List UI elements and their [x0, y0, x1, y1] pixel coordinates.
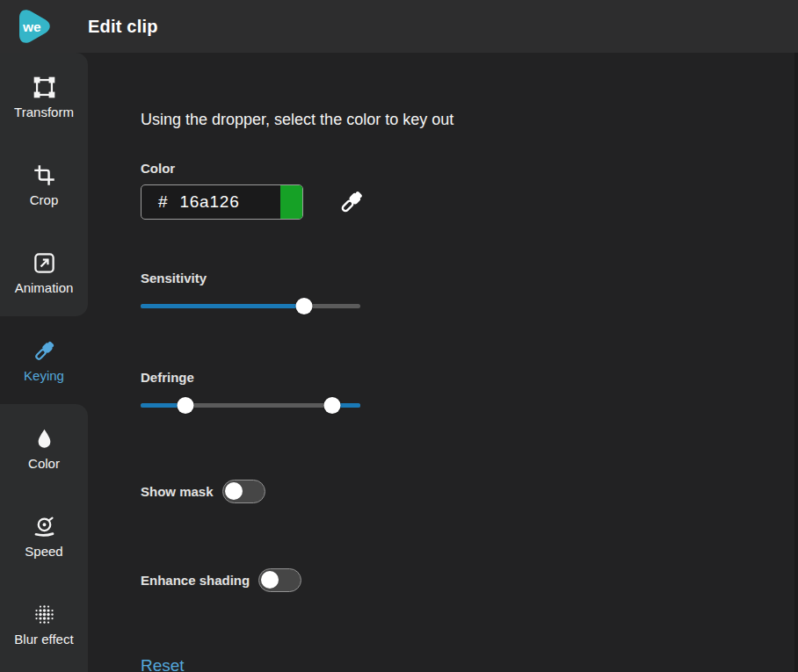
sidebar-item-keying[interactable]: Keying [0, 316, 88, 404]
speed-icon [33, 515, 56, 538]
sidebar-item-label: Keying [24, 369, 64, 382]
blur-icon [33, 603, 56, 626]
sensitivity-slider-handle[interactable] [296, 298, 313, 314]
crop-icon [33, 163, 56, 187]
wevideo-logo-icon: we [13, 6, 52, 47]
sensitivity-label: Sensitivity [141, 271, 798, 285]
keying-panel: Using the dropper, select the color to k… [88, 53, 798, 672]
keying-icon [33, 339, 56, 363]
sidebar-item-crop[interactable]: Crop [0, 141, 88, 228]
sidebar-item-label: Speed [25, 545, 62, 558]
panel-instruction: Using the dropper, select the color to k… [141, 111, 798, 129]
sidebar-item-color[interactable]: Color [0, 404, 88, 492]
sensitivity-slider[interactable] [141, 297, 360, 315]
enhance-shading-label: Enhance shading [141, 573, 250, 588]
sidebar-group: TransformCropAnimation [0, 53, 88, 316]
hex-value: 16a126 [179, 192, 239, 212]
scrollbar-gutter[interactable] [794, 53, 798, 672]
page-title: Edit clip [88, 17, 158, 37]
color-swatch [280, 185, 302, 219]
sidebar-item-speed[interactable]: Speed [0, 492, 88, 580]
toggle-knob [261, 571, 279, 589]
show-mask-label: Show mask [141, 484, 214, 499]
sidebar: TransformCropAnimationKeyingColorSpeedBl… [0, 53, 88, 672]
enhance-shading-row: Enhance shading [141, 567, 798, 592]
defringe-slider[interactable] [141, 396, 360, 415]
sidebar-item-label: Transform [14, 105, 74, 119]
color-field-label: Color [141, 161, 798, 176]
color-hex-input[interactable]: # 16a126 [141, 184, 303, 220]
sidebar-item-label: Animation [15, 281, 74, 294]
hex-prefix: # [158, 192, 168, 212]
show-mask-toggle[interactable] [222, 480, 265, 503]
sidebar-item-label: Color [28, 457, 60, 470]
toggle-knob [225, 482, 243, 500]
sidebar-item-blur-effect[interactable]: Blur effect [0, 580, 88, 668]
transform-icon [33, 76, 56, 99]
show-mask-row: Show mask [141, 479, 798, 503]
reset-button[interactable]: Reset [141, 656, 185, 672]
defringe-low-handle[interactable] [178, 397, 194, 414]
defringe-high-handle[interactable] [324, 397, 341, 414]
sidebar-item-label: Crop [30, 193, 59, 206]
slider-fill [141, 304, 304, 308]
top-bar: we Edit clip [0, 0, 798, 53]
eyedropper-button[interactable] [338, 184, 365, 220]
sidebar-item-transform[interactable]: Transform [0, 53, 88, 141]
defringe-label: Defringe [141, 370, 798, 385]
enhance-shading-toggle[interactable] [258, 568, 301, 592]
sidebar-group: ColorSpeedBlur effect [0, 404, 88, 672]
color-icon [33, 427, 56, 451]
color-row: # 16a126 [141, 184, 798, 220]
eyedropper-icon [338, 184, 365, 220]
animation-icon [33, 251, 56, 275]
sidebar-item-animation[interactable]: Animation [0, 228, 88, 316]
sidebar-item-label: Blur effect [14, 632, 73, 646]
logo-text: we [22, 19, 41, 34]
